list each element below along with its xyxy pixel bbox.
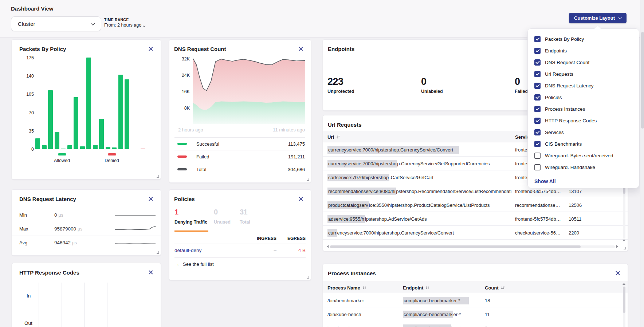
checkbox-checked-icon[interactable] <box>534 106 541 112</box>
close-icon[interactable] <box>148 46 153 51</box>
service-cell: checkoutservice-56… <box>515 226 567 240</box>
menu-item-wireguard-bytes-sent-received[interactable]: Wireguard. Bytes sent/received <box>534 150 639 161</box>
chevron-down-icon <box>619 16 622 19</box>
latency-unit: µs <box>72 240 77 245</box>
column-header-count[interactable]: Count <box>485 282 505 293</box>
close-icon[interactable] <box>615 271 620 276</box>
close-icon[interactable] <box>148 270 153 275</box>
time-range-label: TIME RANGE <box>104 18 129 22</box>
url-cell: cartservice:7070/hipstershop.CartService… <box>327 170 511 184</box>
resize-handle[interactable] <box>307 178 309 181</box>
show-all-link[interactable]: Show All <box>534 175 639 188</box>
table-row[interactable]: productcatalogservice:3550/hipstershop.P… <box>323 198 628 212</box>
vertical-scrollbar[interactable] <box>622 283 626 327</box>
time-range-from[interactable]: From: 2 hours ago <box>104 23 145 28</box>
resize-handle[interactable] <box>307 276 309 279</box>
sort-icon <box>362 286 366 290</box>
legend-row-successful[interactable]: Successful113,475 <box>174 137 305 150</box>
checkbox-checked-icon[interactable] <box>534 129 541 135</box>
menu-item-dns-request-count[interactable]: DNS Request Count <box>534 56 639 68</box>
scrollbar-thumb[interactable] <box>623 287 625 313</box>
legend-item-denied[interactable]: Denied <box>100 153 124 163</box>
scroll-up-icon[interactable] <box>623 283 625 285</box>
checkbox-checked-icon[interactable] <box>534 118 541 124</box>
column-header-url[interactable]: Url <box>327 131 340 143</box>
checkbox-unchecked-icon[interactable] <box>534 164 541 170</box>
bar-allowed <box>42 145 47 149</box>
resize-handle[interactable] <box>157 251 159 254</box>
service-cell: recommendationse… <box>515 198 567 212</box>
resize-handle[interactable] <box>624 247 626 249</box>
stat-value: 0 <box>515 76 528 87</box>
legend-label: Failed <box>196 154 209 159</box>
close-icon[interactable] <box>148 196 153 201</box>
policies-tab-denying-traffic[interactable]: 1 Denying Traffic <box>174 208 207 225</box>
y-axis-tick: 35 <box>19 129 34 134</box>
menu-item-endpoints[interactable]: Endpoints <box>534 45 639 56</box>
policies-tab-unused[interactable]: 0 Unused <box>214 208 231 225</box>
scroll-down-icon[interactable] <box>623 240 625 241</box>
table-row[interactable]: /bin/kube-benchcompliance-benchmarker-*1… <box>323 307 628 321</box>
scrollbar-thumb[interactable] <box>330 245 581 248</box>
legend-row-failed[interactable]: Failed191,211 <box>174 150 305 163</box>
checkbox-checked-icon[interactable] <box>534 83 541 89</box>
see-full-list-link[interactable]: → See the full list <box>174 261 214 267</box>
resize-handle[interactable] <box>157 175 159 178</box>
menu-item-dns-request-latency[interactable]: DNS Request Latency <box>534 80 639 91</box>
close-icon[interactable] <box>298 46 303 51</box>
view-selector[interactable]: Cluster <box>11 16 101 31</box>
url-text: ipstershop.AdService/GetAds <box>365 216 427 222</box>
stat-label: Unprotected <box>327 89 354 94</box>
menu-item-cis-benchmarks[interactable]: CIS Benchmarks <box>534 138 639 150</box>
legend-item-allowed[interactable]: Allowed <box>50 153 74 163</box>
table-row[interactable]: /bin/benchmarkercompliance-benchmarker-*… <box>323 293 628 307</box>
latency-unit: µs <box>59 213 63 218</box>
menu-item-http-response-codes[interactable]: HTTP Response Codes <box>534 115 639 126</box>
checkbox-unchecked-icon[interactable] <box>534 153 541 159</box>
dns-legend: Successful113,475Failed191,211Total304,6… <box>174 137 305 176</box>
latency-row-min: Min0µs <box>12 208 161 222</box>
scroll-right-icon[interactable] <box>616 245 618 248</box>
url-text: pstershop.RecommendationService/ListReco… <box>396 189 511 194</box>
card-policies: Policies 1 Denying Traffic 0 Unused 31 T… <box>169 189 311 280</box>
page-scrollbar[interactable] <box>640 0 644 327</box>
card-title: HTTP Response Codes <box>19 269 79 276</box>
checkbox-checked-icon[interactable] <box>534 94 541 101</box>
tab-label: Total <box>240 220 250 225</box>
policies-tab-total[interactable]: 31 Total <box>240 208 250 225</box>
table-row[interactable]: benchmarkercompliance-benchmarker-*9 <box>323 321 628 327</box>
horizontal-scrollbar[interactable] <box>327 245 618 248</box>
menu-item-packets-by-policy[interactable]: Packets By Policy <box>534 33 639 45</box>
close-icon[interactable] <box>298 196 303 201</box>
checkbox-checked-icon[interactable] <box>534 48 541 54</box>
column-header-process-name[interactable]: Process Name <box>327 282 366 293</box>
checkbox-checked-icon[interactable] <box>534 141 541 147</box>
bar-denied <box>141 148 145 149</box>
bar-allowed <box>74 97 78 149</box>
area-chart <box>193 55 305 124</box>
menu-item-policies[interactable]: Policies <box>534 91 639 103</box>
menu-item-process-instances[interactable]: Process Instances <box>534 103 639 115</box>
table-row[interactable]: currencyservice:7000/hipstershop.Currenc… <box>323 226 628 240</box>
arrow-right-icon: → <box>174 261 180 267</box>
scrollbar-thumb[interactable] <box>641 32 644 129</box>
grid-line <box>39 283 39 327</box>
endpoint-cell: compliance-benchmarker-* <box>403 307 483 321</box>
table-row[interactable]: adservice:9555/hipstershop.AdService/Get… <box>323 212 628 226</box>
checkbox-checked-icon[interactable] <box>534 71 541 77</box>
highlighted-text: compliance-benchmarker-* <box>403 297 469 304</box>
menu-item-url-requests[interactable]: Url Requests <box>534 68 639 80</box>
bar-allowed <box>80 146 85 149</box>
bar-allowed <box>99 119 104 149</box>
legend-row-total[interactable]: Total304,686 <box>174 163 305 176</box>
column-header-endpoint[interactable]: Endpoint <box>403 282 429 293</box>
legend-label: Denied <box>105 158 119 163</box>
checkbox-checked-icon[interactable] <box>534 36 541 42</box>
menu-item-services[interactable]: Services <box>534 126 639 138</box>
menu-item-wireguard-handshake[interactable]: Wireguard. Handshake <box>534 161 639 173</box>
scroll-left-icon[interactable] <box>327 245 329 248</box>
customize-layout-button[interactable]: Customize Layout <box>569 13 627 23</box>
policy-link-default-deny[interactable]: default-deny <box>174 248 233 253</box>
checkbox-checked-icon[interactable] <box>534 59 541 66</box>
latency-label: Max <box>12 226 54 232</box>
